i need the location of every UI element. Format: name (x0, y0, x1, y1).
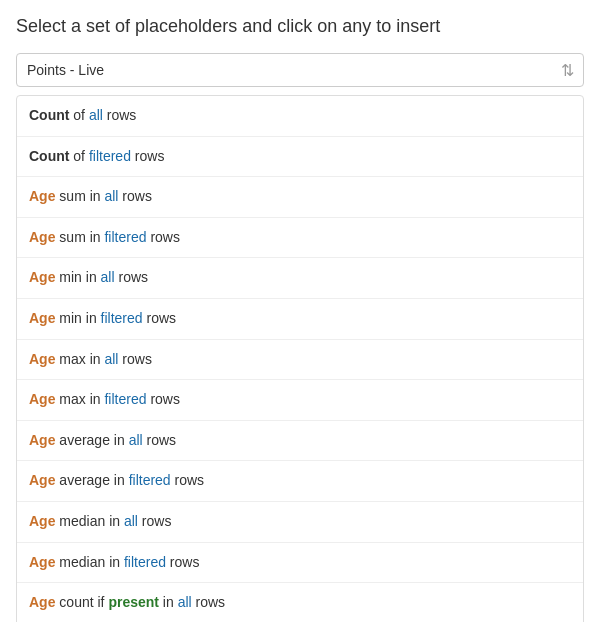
list-item[interactable]: Age min in all rows (17, 258, 583, 299)
list-item-text-part: rows (103, 107, 136, 123)
list-item-text-part: Age (29, 229, 55, 245)
list-item-text-part: rows (143, 310, 176, 326)
list-item-text-part: sum in (55, 188, 104, 204)
list-item-text-part: Age (29, 188, 55, 204)
list-item[interactable]: Count of all rows (17, 96, 583, 137)
list-item-text-part: Age (29, 432, 55, 448)
list-item-text-part: Count (29, 107, 69, 123)
list-item-text-part: all (129, 432, 143, 448)
list-item[interactable]: Age max in all rows (17, 340, 583, 381)
list-item-text-part: filtered (124, 554, 166, 570)
list-item[interactable]: Age median in filtered rows (17, 543, 583, 584)
list-item-text-part: rows (147, 229, 180, 245)
placeholder-set-select[interactable]: Points - LivePoints - FilteredAge - All … (16, 53, 584, 87)
list-item[interactable]: Age average in all rows (17, 421, 583, 462)
list-item-text-part: Age (29, 310, 55, 326)
list-item-text-part: Age (29, 472, 55, 488)
list-item-text-part: rows (192, 594, 225, 610)
list-item-text-part: all (101, 269, 115, 285)
list-item[interactable]: Age count if present in all rows (17, 583, 583, 622)
list-item-text-part: all (124, 513, 138, 529)
list-item-text-part: in (159, 594, 178, 610)
list-item[interactable]: Age sum in all rows (17, 177, 583, 218)
placeholder-list: Count of all rowsCount of filtered rowsA… (16, 95, 584, 622)
list-item-text-part: rows (115, 269, 148, 285)
list-item-text-part: Age (29, 594, 55, 610)
list-item-text-part: filtered (129, 472, 171, 488)
dropdown-container: Points - LivePoints - FilteredAge - All … (16, 53, 584, 87)
list-item-text-part: sum in (55, 229, 104, 245)
list-item-text-part: Age (29, 269, 55, 285)
list-item[interactable]: Age average in filtered rows (17, 461, 583, 502)
list-item-text-part: of (69, 107, 88, 123)
list-item-text-part: rows (166, 554, 199, 570)
list-item-text-part: filtered (104, 391, 146, 407)
list-item[interactable]: Count of filtered rows (17, 137, 583, 178)
list-item-text-part: filtered (89, 148, 131, 164)
list-item-text-part: Age (29, 391, 55, 407)
list-item[interactable]: Age min in filtered rows (17, 299, 583, 340)
list-item-text-part: filtered (101, 310, 143, 326)
list-item-text-part: all (104, 188, 118, 204)
list-item-text-part: rows (143, 432, 176, 448)
list-item[interactable]: Age sum in filtered rows (17, 218, 583, 259)
list-item-text-part: Age (29, 513, 55, 529)
page-title: Select a set of placeholders and click o… (16, 16, 584, 37)
list-item-text-part: max in (55, 351, 104, 367)
list-item-text-part: rows (131, 148, 164, 164)
list-item-text-part: all (104, 351, 118, 367)
list-item-text-part: Count (29, 148, 69, 164)
list-item-text-part: average in (55, 472, 128, 488)
list-item-text-part: Age (29, 351, 55, 367)
list-item-text-part: rows (118, 188, 151, 204)
list-item-text-part: max in (55, 391, 104, 407)
list-item-text-part: count if (55, 594, 108, 610)
list-item-text-part: median in (55, 554, 123, 570)
list-item-text-part: rows (171, 472, 204, 488)
list-item[interactable]: Age max in filtered rows (17, 380, 583, 421)
list-item-text-part: all (89, 107, 103, 123)
list-item-text-part: present (108, 594, 159, 610)
list-item[interactable]: Age median in all rows (17, 502, 583, 543)
list-item-text-part: all (178, 594, 192, 610)
list-item-text-part: median in (55, 513, 123, 529)
list-item-text-part: rows (147, 391, 180, 407)
list-item-text-part: Age (29, 554, 55, 570)
list-item-text-part: filtered (104, 229, 146, 245)
list-item-text-part: min in (55, 269, 100, 285)
list-item-text-part: of (69, 148, 88, 164)
list-item-text-part: average in (55, 432, 128, 448)
list-item-text-part: rows (138, 513, 171, 529)
list-item-text-part: rows (118, 351, 151, 367)
list-item-text-part: min in (55, 310, 100, 326)
